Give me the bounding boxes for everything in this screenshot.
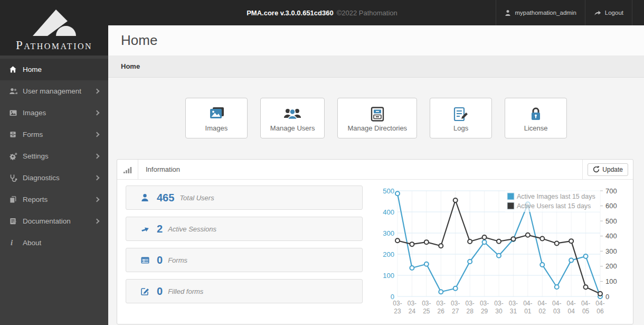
svg-text:03-: 03- <box>480 300 489 307</box>
svg-text:03-: 03- <box>437 300 446 307</box>
main-content: Home Home Images Manage Users <box>108 25 644 325</box>
svg-text:700: 700 <box>605 187 617 195</box>
breadcrumb: Home <box>108 55 644 78</box>
svg-text:03: 03 <box>553 308 561 315</box>
svg-text:500: 500 <box>605 217 617 225</box>
update-button[interactable]: Update <box>588 163 628 176</box>
svg-text:03-: 03- <box>408 300 416 307</box>
sidebar-item-about[interactable]: i About <box>0 232 108 254</box>
shortcut-cards: Images Manage Users Manage Directories L… <box>108 98 644 138</box>
stat-label: Active Sessions <box>168 225 216 233</box>
copy-icon <box>9 196 23 203</box>
svg-text:03-: 03- <box>422 300 431 307</box>
images-card[interactable]: Images <box>185 98 248 138</box>
manage-directories-card[interactable]: Manage Directories <box>337 98 417 138</box>
stethoscope-icon <box>9 174 23 182</box>
stat-label: Forms <box>168 256 187 264</box>
svg-text:600: 600 <box>605 202 617 210</box>
sidebar-item-home[interactable]: Home <box>0 59 108 80</box>
manage-users-icon <box>283 105 302 124</box>
sidebar-item-images[interactable]: Images <box>0 102 108 124</box>
svg-text:03-: 03- <box>393 300 402 307</box>
svg-text:03-: 03- <box>465 300 474 307</box>
document-icon <box>9 217 23 225</box>
sidebar-item-documentation[interactable]: Documentation <box>0 210 108 232</box>
card-label: Logs <box>453 124 468 132</box>
user-icon <box>141 193 150 202</box>
svg-text:03-: 03- <box>509 300 518 307</box>
svg-text:27: 27 <box>452 308 459 315</box>
current-user[interactable]: mypathomation_admin <box>496 0 584 25</box>
logout-icon <box>594 10 601 16</box>
svg-text:400: 400 <box>605 232 617 240</box>
svg-text:01: 01 <box>524 308 532 315</box>
svg-text:100: 100 <box>605 277 617 285</box>
card-label: Manage Users <box>270 124 315 132</box>
pathomation-logo-icon <box>25 7 83 40</box>
panel-toolbar: Update <box>582 160 633 179</box>
logs-card[interactable]: Logs <box>430 98 492 138</box>
svg-text:23: 23 <box>394 308 401 315</box>
svg-text:04-: 04- <box>581 300 590 307</box>
svg-text:04-: 04- <box>552 300 561 307</box>
content-area: Images Manage Users Manage Directories L… <box>108 78 644 325</box>
svg-text:24: 24 <box>409 308 416 315</box>
app-copyright: ©2022 Pathomation <box>337 9 397 17</box>
sidebar-item-diagnostics[interactable]: Diagnostics <box>0 167 108 189</box>
app-title: PMA.core v.3.0.0.651cd360 <box>247 9 334 17</box>
chevron-right-icon <box>94 175 100 181</box>
sidebar-item-forms[interactable]: Forms <box>0 124 108 145</box>
sidebar-item-label: Reports <box>23 196 95 203</box>
stat-value: 2 <box>157 223 163 235</box>
image-icon <box>9 109 23 117</box>
sidebar-menu: Home User management Images Forms <box>0 55 108 254</box>
gears-icon <box>9 152 23 161</box>
svg-text:04-: 04- <box>566 300 575 307</box>
logout-button[interactable]: Logout <box>585 0 632 25</box>
svg-text:0: 0 <box>605 293 609 301</box>
arrow-right-icon <box>141 225 150 233</box>
sidebar-item-label: Settings <box>23 152 95 160</box>
information-chart: 0100200300400500010020030040050060070003… <box>376 185 624 318</box>
sidebar-item-label: Home <box>23 66 100 73</box>
license-card[interactable]: License <box>505 98 567 138</box>
information-panel: Information Update <box>117 159 633 324</box>
svg-text:28: 28 <box>466 308 473 315</box>
users-icon <box>9 87 23 95</box>
card-label: Manage Directories <box>347 124 407 132</box>
signal-bars-icon <box>117 160 138 179</box>
chevron-right-icon <box>94 197 100 202</box>
svg-text:25: 25 <box>423 308 430 315</box>
information-panel-body: 465 Total Users 2 Active Sessions <box>117 180 633 324</box>
card-label: Images <box>205 124 228 132</box>
brand-logo[interactable]: Pathomation <box>0 0 108 55</box>
chevron-right-icon <box>94 132 100 137</box>
archive-icon <box>9 131 23 138</box>
svg-text:03-: 03- <box>494 300 503 307</box>
home-icon <box>9 66 23 73</box>
update-label: Update <box>602 166 623 173</box>
sidebar-item-settings[interactable]: Settings <box>0 145 108 167</box>
sidebar: Pathomation Home User management Images <box>0 0 108 325</box>
stat-total-users: 465 Total Users <box>126 185 363 210</box>
chevron-right-icon <box>94 219 100 224</box>
sidebar-item-reports[interactable]: Reports <box>0 189 108 210</box>
breadcrumb-item-home[interactable]: Home <box>121 62 140 70</box>
svg-text:05: 05 <box>582 308 590 315</box>
svg-text:300: 300 <box>605 247 617 255</box>
sidebar-item-label: Forms <box>23 131 95 138</box>
svg-text:31: 31 <box>510 308 517 315</box>
stat-value: 465 <box>157 192 174 204</box>
card-label: License <box>524 124 548 132</box>
page-header: Home <box>108 25 644 55</box>
sidebar-item-label: User management <box>23 87 95 95</box>
sidebar-item-label: Images <box>23 109 95 117</box>
svg-text:26: 26 <box>438 308 445 315</box>
sidebar-item-user-management[interactable]: User management <box>0 80 108 102</box>
manage-users-card[interactable]: Manage Users <box>260 98 325 138</box>
images-icon <box>208 105 225 124</box>
stat-label: Filled forms <box>168 287 203 295</box>
license-icon <box>529 105 542 124</box>
sidebar-item-label: Documentation <box>23 217 95 225</box>
information-panel-header: Information Update <box>117 160 633 180</box>
